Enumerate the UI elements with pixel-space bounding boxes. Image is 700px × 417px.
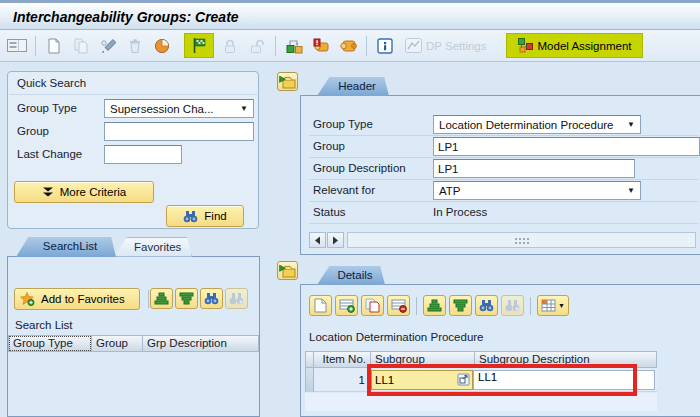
model-assignment-button-highlighted[interactable]: Model Assignment: [506, 33, 644, 58]
group-type-value: Supersession Cha...: [110, 103, 214, 115]
add-to-favorites-button[interactable]: Add to Favorites: [14, 288, 140, 310]
activate-button-highlighted[interactable]: [184, 33, 214, 58]
time-stream-button[interactable]: [151, 35, 173, 57]
copy-icon: [73, 38, 89, 54]
column-header-group-type[interactable]: Group Type: [8, 335, 92, 352]
find-next-button[interactable]: [225, 288, 248, 309]
scroll-left-button[interactable]: [309, 232, 326, 248]
arrow-left-icon: [314, 236, 321, 245]
panel-expand-icon: [279, 75, 296, 89]
quick-search-group-box: Quick Search Group Type Supersession Cha…: [7, 71, 259, 229]
row-selector-header[interactable]: [305, 351, 314, 368]
find-next-button[interactable]: [501, 295, 524, 316]
more-criteria-label: More Criteria: [60, 186, 126, 198]
info-icon: [377, 38, 393, 54]
toolbar-separator: [366, 36, 367, 56]
details-table-title: Location Determination Procedure: [309, 331, 484, 343]
scrollbar-grip: [514, 237, 530, 245]
annotation-red-box: [367, 364, 637, 396]
assignment-button[interactable]: [283, 35, 305, 57]
group-type-dropdown[interactable]: Supersession Cha... ▼: [104, 99, 254, 118]
last-change-input[interactable]: [104, 145, 182, 164]
document-flow-button[interactable]: [337, 35, 359, 57]
column-header-item-no[interactable]: Item No.: [314, 351, 371, 368]
unlock-button[interactable]: [246, 35, 268, 57]
tab-searchlist-label: SearchList: [43, 240, 97, 252]
more-criteria-button[interactable]: More Criteria: [14, 181, 154, 203]
column-header-grp-description[interactable]: Grp Description: [143, 335, 259, 352]
title-bar: Interchangeability Groups: Create: [0, 0, 700, 30]
toolbar-separator: [275, 36, 276, 56]
group-description-input[interactable]: [433, 159, 635, 178]
find-button[interactable]: Find: [166, 205, 244, 227]
model-assignment-label: Model Assignment: [538, 40, 632, 52]
delete-row-button[interactable]: [387, 295, 410, 316]
dp-settings-button[interactable]: DP Settings: [405, 38, 487, 53]
horizontal-scrollbar[interactable]: [347, 232, 696, 248]
hierarchy-assign-icon: [286, 38, 303, 54]
field-row: Group Description: [309, 158, 698, 180]
group-description-label: Group Description: [313, 162, 406, 174]
model-assignment-icon: [518, 38, 533, 53]
sort-ascending-button[interactable]: [423, 295, 446, 316]
new-document-icon: [46, 38, 62, 54]
group-input[interactable]: [104, 122, 254, 141]
toolbar-separator: [530, 297, 531, 315]
group-type-dropdown[interactable]: Location Determination Procedure ▼: [433, 115, 641, 134]
binoculars-plus-icon: [229, 292, 244, 305]
chart-icon: [405, 38, 422, 53]
chevron-down-icon: ▼: [623, 186, 635, 195]
toolbar-separator: [416, 297, 417, 315]
collapse-details-panel-button[interactable]: [277, 261, 298, 280]
copy-row-button[interactable]: [361, 295, 384, 316]
find-in-list-button[interactable]: [200, 288, 223, 309]
toolbar-separator: [35, 36, 36, 56]
table-settings-button[interactable]: ▼: [537, 295, 569, 316]
group-input[interactable]: [433, 137, 700, 156]
insert-row-button[interactable]: [335, 295, 358, 316]
lock-open-icon: [249, 38, 265, 54]
status-value: In Process: [433, 206, 487, 218]
new-document-icon: [314, 298, 327, 313]
new-entry-button[interactable]: [309, 295, 332, 316]
group-type-label: Group Type: [313, 118, 373, 130]
create-button[interactable]: [43, 35, 65, 57]
find-button[interactable]: [475, 295, 498, 316]
tab-details[interactable]: Details: [317, 265, 385, 285]
search-list-panel: Add to Favorites Search List Group Type …: [7, 256, 260, 417]
lock-button[interactable]: [219, 35, 241, 57]
tab-header[interactable]: Header: [317, 76, 389, 96]
field-row: Relevant for ATP ▼: [309, 180, 698, 202]
relevant-for-dropdown[interactable]: ATP ▼: [433, 181, 641, 200]
sort-descending-icon: [453, 299, 468, 313]
tab-favorites-label: Favorites: [134, 241, 181, 253]
scroll-icon: [340, 38, 357, 54]
sort-descending-button[interactable]: [175, 288, 198, 309]
tab-details-label: Details: [337, 269, 372, 281]
log-button[interactable]: [310, 35, 332, 57]
flag-icon: [191, 37, 207, 54]
information-button[interactable]: [374, 35, 396, 57]
column-header-group[interactable]: Group: [92, 335, 143, 352]
copy-button[interactable]: [70, 35, 92, 57]
layout-overview-button[interactable]: [6, 35, 28, 57]
sort-descending-button[interactable]: [449, 295, 472, 316]
item-no-cell: 1: [314, 374, 371, 386]
sort-ascending-button[interactable]: [150, 288, 173, 309]
tab-searchlist[interactable]: SearchList: [16, 236, 116, 257]
arrow-right-icon: [332, 236, 339, 245]
binoculars-icon: [204, 292, 219, 305]
collapse-header-panel-button[interactable]: [277, 72, 298, 91]
last-change-label: Last Change: [17, 148, 82, 160]
group-type-label: Group Type: [17, 102, 77, 114]
group-label: Group: [17, 125, 49, 137]
page-title: Interchangeability Groups: Create: [13, 9, 239, 25]
tab-favorites[interactable]: Favorites: [114, 237, 192, 257]
row-selector[interactable]: [305, 368, 314, 392]
details-panel: ▼ Location Determination Procedure Item …: [300, 284, 700, 417]
lock-closed-icon: [222, 38, 238, 54]
delete-button[interactable]: [124, 35, 146, 57]
pie-chart-icon: [154, 38, 170, 54]
scroll-right-button[interactable]: [327, 232, 344, 248]
change-button[interactable]: [97, 35, 119, 57]
